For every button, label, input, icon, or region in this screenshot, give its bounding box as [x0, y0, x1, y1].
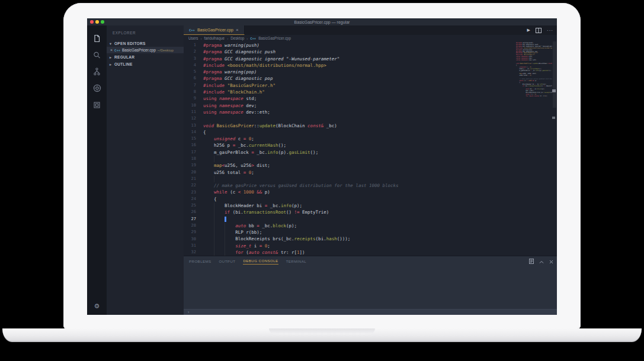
chevron-right-icon: ▸	[110, 62, 113, 66]
code-line[interactable]: 8#include "BlockChain.h"	[184, 89, 514, 95]
scrollbar-marker	[552, 89, 556, 92]
code-line[interactable]: 14{	[184, 129, 514, 136]
code-line[interactable]: 25BlockHeader bi = _bc.info(p);	[184, 202, 514, 209]
code-pane[interactable]: 1#pragma warning(push)2#pragma GCC diagn…	[184, 41, 514, 256]
code-line[interactable]: 5#pragma warning(pop)	[184, 69, 514, 75]
sidebar-section-outline[interactable]: ▸OUTLINE	[107, 60, 184, 67]
zoom-window-button[interactable]	[101, 20, 104, 24]
code-line-content: BlockReceipts brs(_bc.receipts(bi.hash()…	[203, 236, 350, 243]
code-line[interactable]: 22// make gasPrice versus gasUsed distri…	[184, 182, 514, 189]
clear-console-button[interactable]	[529, 256, 534, 266]
code-token: ()	[286, 209, 294, 215]
minimize-window-button[interactable]	[95, 20, 99, 24]
code-token: (BlockChain	[275, 123, 307, 128]
code-token: info	[281, 203, 291, 208]
code-line-content: m_gasPerBlock = _bc.info(p).gasLimit();	[203, 149, 318, 156]
open-editors-section-header[interactable]: ▾ OPEN EDITORS	[107, 40, 184, 47]
code-line[interactable]: 15unsigned c = 0;	[184, 136, 514, 142]
code-line[interactable]: 7#include "BasicGasPricer.h"	[184, 82, 514, 89]
activity-search-button[interactable]	[87, 48, 107, 65]
minimap-token: (bi.	[524, 85, 528, 87]
sidebar-section-regular[interactable]: ▸REGULAR	[107, 53, 184, 60]
editor-scrollbar[interactable]	[552, 41, 557, 256]
code-token: _bc.	[259, 223, 273, 228]
code-token: ()));	[337, 236, 351, 241]
open-editor-item[interactable]: × C++ BasicGasPricer.cpp ~/Desktop	[107, 47, 184, 53]
run-button[interactable]: ▶	[527, 28, 530, 33]
more-actions-button[interactable]: ···	[547, 28, 553, 33]
panel-tab-terminal[interactable]: TERMINAL	[286, 257, 307, 265]
maximize-panel-button[interactable]	[539, 256, 544, 266]
activity-explorer-button[interactable]	[87, 31, 107, 48]
code-line[interactable]: 18	[184, 156, 514, 162]
activity-debug-button[interactable]	[87, 81, 107, 98]
code-line[interactable]: 9using namespace std;	[184, 95, 514, 102]
code-line[interactable]: 19map<u256, u256> dist;	[184, 162, 514, 169]
code-line[interactable]: 32for (auto const& tr: r[1])	[184, 249, 514, 256]
minimap-line: for (auto const& tr: r[1])	[516, 96, 552, 98]
activity-extensions-button[interactable]	[87, 98, 107, 114]
code-line[interactable]: 3#pragma GCC diagnostic ignored "-Wunuse…	[184, 56, 514, 62]
code-line[interactable]: 12	[184, 115, 514, 122]
line-number: 13	[184, 123, 203, 129]
breadcrumb-item[interactable]: Desktop	[230, 36, 244, 40]
files-icon	[93, 34, 101, 45]
code-token: GCC diagnostic push	[222, 49, 275, 54]
code-line[interactable]: 1#pragma warning(push)	[184, 42, 514, 49]
tab-close-icon[interactable]: ×	[236, 28, 239, 33]
breadcrumb-item[interactable]: Users	[188, 36, 198, 40]
close-panel-button[interactable]	[549, 256, 553, 266]
code-line-content: auto bb = _bc.block(p);	[203, 223, 297, 230]
laptop-base-notch	[269, 328, 375, 334]
code-line-content: // make gasPrice versus gasUsed distribu…	[203, 182, 399, 189]
line-number: 26	[184, 209, 203, 215]
split-editor-button[interactable]	[536, 25, 542, 36]
code-token: <boost/math/distributions/normal.hpp>	[228, 63, 326, 68]
code-line[interactable]: 11using namespace dev::eth;	[184, 109, 514, 115]
panel-tab-output[interactable]: OUTPUT	[219, 257, 236, 265]
tab-basicgaspricer[interactable]: C++ BasicGasPricer.cpp ×	[184, 25, 245, 35]
code-token: while	[214, 189, 228, 195]
code-line[interactable]: 4#include <boost/math/distributions/norm…	[184, 62, 514, 69]
scrollbar-slider[interactable]	[553, 41, 556, 108]
code-line-content: for (auto const& tr: r[1])	[203, 249, 305, 256]
code-line[interactable]: 26if (bi.transactionsRoot() != EmptyTrie…	[184, 209, 514, 215]
close-window-button[interactable]	[90, 20, 94, 24]
code-line[interactable]: 17m_gasPerBlock = _bc.info(p).gasLimit()…	[184, 149, 514, 156]
code-token: block	[273, 223, 286, 228]
minimap-token: block	[537, 88, 542, 90]
code-line[interactable]: 21	[184, 176, 514, 182]
code-token: update	[259, 123, 275, 128]
line-number: 30	[184, 236, 203, 243]
panel-tab-problems[interactable]: PROBLEMS	[189, 257, 212, 265]
line-number: 5	[184, 69, 203, 75]
code-token: using	[203, 103, 219, 108]
code-line[interactable]: 10using namespace dev;	[184, 102, 514, 109]
debug-console-input[interactable]: ›	[184, 309, 557, 315]
activity-source-control-button[interactable]	[87, 65, 107, 81]
breadcrumb-item-file[interactable]: BasicGasPricer.cpp	[258, 36, 291, 40]
settings-gear-button[interactable]: ⚙	[87, 302, 107, 310]
code-line[interactable]: 16h256 p = _bc.currentHash();	[184, 142, 514, 149]
line-number: 20	[184, 169, 203, 176]
code-line[interactable]: 30BlockReceipts brs(_bc.receipts(bi.hash…	[184, 236, 514, 243]
code-line[interactable]: 31size_t i = 0;	[184, 243, 514, 249]
code-line[interactable]: 2#pragma GCC diagnostic push	[184, 49, 514, 55]
window-titlebar: BasicGasPricer.cpp — regular	[87, 18, 557, 25]
code-line[interactable]: 29RLP r(bb);	[184, 229, 514, 236]
panel-tab-debug-console[interactable]: DEBUG CONSOLE	[243, 257, 278, 265]
code-line[interactable]: 27	[184, 216, 514, 223]
code-line[interactable]: 13void BasicGasPricer::update(BlockChain…	[184, 123, 514, 129]
breadcrumb-item[interactable]: faridulhaque	[204, 36, 225, 40]
code-editor[interactable]: 1#pragma warning(push)2#pragma GCC diagn…	[184, 41, 557, 256]
code-token: ();	[310, 150, 319, 155]
minimap[interactable]: #pragma warning(push)#pragma GCC diagnos…	[514, 41, 552, 256]
code-line[interactable]: 6#pragma GCC diagnostic pop	[184, 75, 514, 82]
close-icon[interactable]: ×	[110, 48, 113, 52]
code-token: 1000	[243, 189, 254, 195]
code-line[interactable]: 28auto bb = _bc.block(p);	[184, 223, 514, 229]
code-line[interactable]: 23while (c < 1000 && p)	[184, 189, 514, 196]
code-line-content: unsigned c = 0;	[203, 136, 254, 143]
code-line[interactable]: 24{	[184, 196, 514, 202]
code-line[interactable]: 20u256 total = 0;	[184, 169, 514, 176]
